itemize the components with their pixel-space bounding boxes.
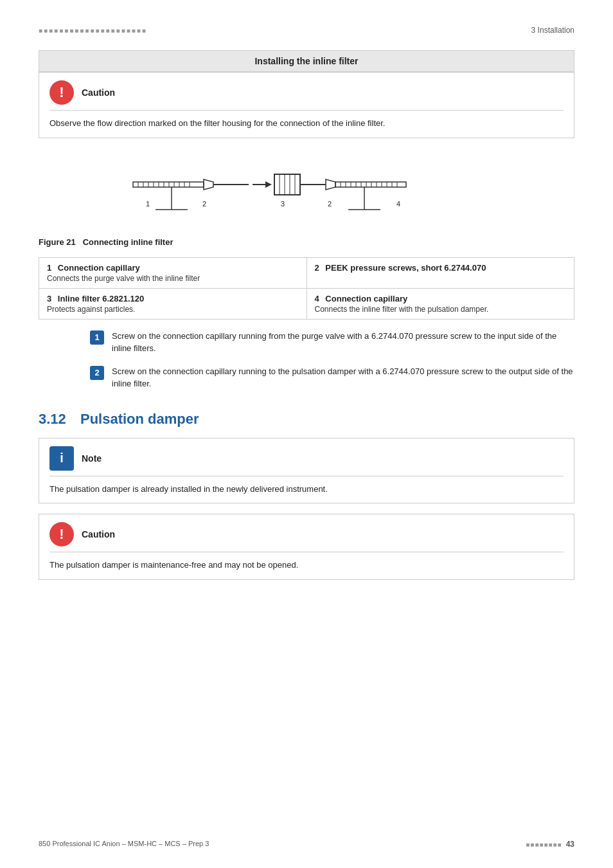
- figure-caption: Figure 21 Connecting inline filter: [39, 237, 173, 247]
- legend-num-2: 2: [315, 263, 319, 273]
- caution1-body: Observe the flow direction marked on the…: [49, 117, 564, 130]
- legend-row-34: 3 Inline filter 6.2821.120 Protects agai…: [39, 288, 574, 319]
- page: ■■■■■■■■■■■■■■■■■■■■■ 3 Installation Ins…: [0, 0, 613, 868]
- legend-title-4: Connection capillary: [325, 294, 407, 303]
- legend-cell-4: 4 Connection capillary Connects the inli…: [306, 288, 574, 319]
- legend-num-3: 3: [47, 294, 51, 303]
- figure-diagram: 1 2 3: [39, 149, 574, 232]
- steps-area: 1 Screw on the connection capillary runn…: [39, 330, 574, 390]
- svg-marker-25: [326, 179, 335, 190]
- section-header-box: Installing the inline filter: [39, 50, 574, 72]
- note1-box: i Note The pulsation damper is already i…: [39, 438, 574, 504]
- section-312-label: Pulsation damper: [80, 411, 199, 427]
- svg-text:1: 1: [146, 200, 150, 208]
- figure-area: 1 2 3: [39, 149, 574, 247]
- legend-cell-2: 2 PEEK pressure screws, short 6.2744.070: [306, 257, 574, 288]
- figure-caption-text: Connecting inline filter: [83, 237, 173, 247]
- figure-svg: 1 2 3: [127, 149, 486, 232]
- caution2-box: ! Caution The pulsation damper is mainte…: [39, 514, 574, 580]
- footer: 850 Professional IC Anion – MSM-HC – MCS…: [39, 840, 574, 849]
- caution1-box: ! Caution Observe the flow direction mar…: [39, 72, 574, 138]
- section-header-title: Installing the inline filter: [254, 56, 358, 66]
- svg-marker-12: [204, 179, 213, 190]
- footer-dots: ■■■■■■■■: [526, 841, 562, 848]
- top-bar-dots: ■■■■■■■■■■■■■■■■■■■■■: [39, 27, 147, 34]
- legend-title-3: Inline filter 6.2821.120: [58, 294, 144, 303]
- caution1-header: ! Caution: [49, 80, 564, 111]
- caution2-title: Caution: [82, 529, 564, 539]
- note1-header: i Note: [49, 446, 564, 476]
- note1-title: Note: [82, 453, 564, 464]
- section-312-title: 3.12 Pulsation damper: [39, 406, 574, 428]
- legend-table: 1 Connection capillary Connects the purg…: [39, 257, 574, 320]
- legend-title-2: PEEK pressure screws, short 6.2744.070: [325, 263, 486, 273]
- note1-body: The pulsation damper is already installe…: [49, 483, 564, 496]
- figure-caption-num: Figure 21: [39, 237, 76, 247]
- caution2-body: The pulsation damper is maintenance-free…: [49, 559, 564, 572]
- top-bar: ■■■■■■■■■■■■■■■■■■■■■ 3 Installation: [39, 26, 574, 35]
- caution2-header: ! Caution: [49, 522, 564, 552]
- section-312-num: 3.12: [39, 411, 66, 427]
- legend-row-12: 1 Connection capillary Connects the purg…: [39, 257, 574, 288]
- step-1-text: Screw on the connection capillary runnin…: [112, 330, 574, 355]
- svg-text:2: 2: [202, 200, 206, 208]
- step-1: 1 Screw on the connection capillary runn…: [90, 330, 574, 355]
- legend-cell-1: 1 Connection capillary Connects the purg…: [39, 257, 307, 288]
- legend-desc-3: Protects against particles.: [47, 305, 299, 314]
- caution1-icon: !: [49, 80, 74, 105]
- caution1-title: Caution: [82, 87, 564, 98]
- legend-desc-1: Connects the purge valve with the inline…: [47, 274, 299, 283]
- legend-num-4: 4: [315, 294, 319, 303]
- step-1-num: 1: [90, 330, 104, 345]
- step-2: 2 Screw on the connection capillary runn…: [90, 365, 574, 390]
- svg-text:4: 4: [396, 200, 400, 208]
- caution2-icon: !: [49, 522, 74, 547]
- svg-text:3: 3: [281, 200, 285, 208]
- footer-left: 850 Professional IC Anion – MSM-HC – MCS…: [39, 840, 209, 849]
- legend-title-1: Connection capillary: [58, 263, 140, 273]
- footer-page: 43: [566, 840, 574, 849]
- legend-cell-3: 3 Inline filter 6.2821.120 Protects agai…: [39, 288, 307, 319]
- step-2-text: Screw on the connection capillary runnin…: [112, 365, 574, 390]
- legend-desc-4: Connects the inline filter with the puls…: [315, 305, 567, 314]
- step-2-num: 2: [90, 366, 104, 380]
- note1-icon: i: [49, 446, 74, 471]
- footer-right: ■■■■■■■■ 43: [526, 840, 574, 849]
- svg-text:2: 2: [328, 200, 332, 208]
- top-bar-section: 3 Installation: [531, 26, 574, 35]
- svg-marker-17: [265, 181, 272, 188]
- legend-num-1: 1: [47, 263, 51, 273]
- svg-rect-18: [274, 174, 300, 195]
